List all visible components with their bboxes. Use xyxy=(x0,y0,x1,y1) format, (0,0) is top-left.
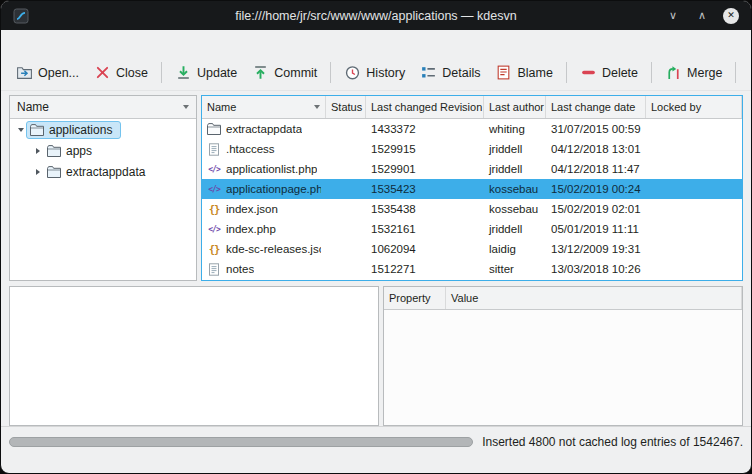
file-revision: 1532161 xyxy=(366,223,484,235)
merge-button[interactable]: Merge xyxy=(658,59,729,86)
property-column-header[interactable]: Property xyxy=(384,287,446,309)
file-row[interactable]: index.json 1535438 kossebau 15/02/2019 0… xyxy=(202,199,742,219)
expander-icon[interactable] xyxy=(32,148,43,154)
properties-list-body[interactable] xyxy=(384,310,742,425)
maximize-button[interactable]: ∧ xyxy=(694,8,710,24)
toolbar-separator xyxy=(566,62,567,83)
svn-commit-icon xyxy=(252,64,269,81)
php-file-icon xyxy=(208,165,219,174)
status-message: Inserted 4800 not cached log entries of … xyxy=(482,435,743,449)
commit-button[interactable]: Commit xyxy=(245,59,324,86)
main-area: Name applications xyxy=(1,91,751,281)
file-list-panel: NameStatusLast changed RevisionLast auth… xyxy=(201,95,743,281)
expander-icon[interactable] xyxy=(15,128,26,132)
file-type-icon xyxy=(206,202,222,216)
file-date: 13/03/2018 10:26 xyxy=(546,263,646,275)
open-button[interactable]: Open... xyxy=(9,59,86,86)
file-author: kossebau xyxy=(484,183,546,195)
file-date: 04/12/2018 13:01 xyxy=(546,143,646,155)
menu-item[interactable] xyxy=(96,40,114,46)
tree-header[interactable]: Name xyxy=(10,96,196,119)
app-icon xyxy=(13,8,29,24)
text-file-icon xyxy=(208,143,220,156)
menu-item[interactable] xyxy=(6,40,24,46)
folder-icon xyxy=(207,123,221,135)
toolbar-separator xyxy=(330,62,331,83)
file-author: jriddell xyxy=(484,223,546,235)
property-column-header[interactable]: Value xyxy=(446,287,742,309)
menubar xyxy=(1,30,751,55)
maximize-icon: ∧ xyxy=(698,10,706,21)
svn-update-icon xyxy=(175,64,192,81)
repository-tree-panel: Name applications xyxy=(9,95,197,281)
column-header[interactable]: Name xyxy=(202,96,326,118)
tree-item[interactable]: extractappdata xyxy=(10,161,196,182)
column-header[interactable]: Locked by xyxy=(646,96,742,118)
menu-item[interactable] xyxy=(60,40,78,46)
file-name: index.json xyxy=(226,203,278,215)
file-revision: 1512271 xyxy=(366,263,484,275)
file-row[interactable]: .htaccess 1529915 jriddell 04/12/2018 13… xyxy=(202,139,742,159)
log-output-panel[interactable] xyxy=(9,286,379,426)
tree-body: applications apps xyxy=(10,119,196,280)
properties-header: PropertyValue xyxy=(384,287,742,310)
column-header[interactable]: Last changed Revision xyxy=(366,96,484,118)
column-header[interactable]: Last change date xyxy=(546,96,646,118)
menu-item[interactable] xyxy=(42,40,60,46)
file-name: .htaccess xyxy=(226,143,275,155)
file-row[interactable]: applicationpage.php 1535423 kossebau 15/… xyxy=(202,179,742,199)
file-date: 13/12/2009 19:31 xyxy=(546,243,646,255)
close-button[interactable]: ✕ xyxy=(723,8,739,24)
blame-button[interactable]: Blame xyxy=(488,59,559,86)
progress-bar xyxy=(9,437,473,447)
file-list-body: extractappdata 1433372 whiting 31/07/201… xyxy=(202,119,742,280)
history-clock-icon xyxy=(344,64,361,81)
titlebar[interactable]: file:///home/jr/src/www/www/applications… xyxy=(1,1,751,30)
expander-icon[interactable] xyxy=(32,169,43,175)
tree-item[interactable]: applications xyxy=(10,119,196,140)
file-name: notes xyxy=(226,263,254,275)
column-header[interactable]: Status xyxy=(326,96,366,118)
merge-icon xyxy=(665,64,682,81)
file-date: 05/01/2019 11:11 xyxy=(546,223,646,235)
menu-item[interactable] xyxy=(24,40,42,46)
checkout-button[interactable]: Checkout xyxy=(742,59,752,86)
file-revision: 1062094 xyxy=(366,243,484,255)
file-row[interactable]: extractappdata 1433372 whiting 31/07/201… xyxy=(202,119,742,139)
file-type-icon xyxy=(206,122,222,136)
column-header[interactable]: Last author xyxy=(484,96,546,118)
tree-item-label: applications xyxy=(49,123,112,137)
minimize-button[interactable]: ∨ xyxy=(665,8,681,24)
file-author: whiting xyxy=(484,123,546,135)
delete-button[interactable]: Delete xyxy=(573,59,645,86)
close-file-button[interactable]: Close xyxy=(87,59,155,86)
window-title: file:///home/jr/src/www/www/applications… xyxy=(1,9,751,23)
window-controls: ∨ ∧ ✕ xyxy=(665,8,739,24)
file-name: kde-sc-releases.json xyxy=(226,243,321,255)
file-author: kossebau xyxy=(484,203,546,215)
file-revision: 1535423 xyxy=(366,183,484,195)
file-row[interactable]: index.php 1532161 jriddell 05/01/2019 11… xyxy=(202,219,742,239)
history-button[interactable]: History xyxy=(337,59,412,86)
file-name: index.php xyxy=(226,223,276,235)
file-revision: 1433372 xyxy=(366,123,484,135)
folder-icon xyxy=(30,124,44,136)
tree-item[interactable]: apps xyxy=(10,140,196,161)
update-button[interactable]: Update xyxy=(168,59,244,86)
json-file-icon xyxy=(209,243,220,255)
file-row[interactable]: kde-sc-releases.json 1062094 laidig 13/1… xyxy=(202,239,742,259)
file-type-icon xyxy=(206,162,222,176)
menu-item[interactable] xyxy=(78,40,96,46)
bottom-area: PropertyValue xyxy=(1,286,751,426)
details-button[interactable]: Details xyxy=(413,59,487,86)
file-row[interactable]: notes 1512271 sitter 13/03/2018 10:26 xyxy=(202,259,742,279)
file-date: 31/07/2015 00:59 xyxy=(546,123,646,135)
file-revision: 1529901 xyxy=(366,163,484,175)
document-open-icon xyxy=(16,64,33,81)
file-author: sitter xyxy=(484,263,546,275)
tree-item-label: apps xyxy=(66,144,92,158)
file-name: applicationlist.php xyxy=(226,163,317,175)
toolbar-separator xyxy=(651,62,652,83)
sort-indicator-icon xyxy=(183,105,189,109)
file-row[interactable]: applicationlist.php 1529901 jriddell 04/… xyxy=(202,159,742,179)
